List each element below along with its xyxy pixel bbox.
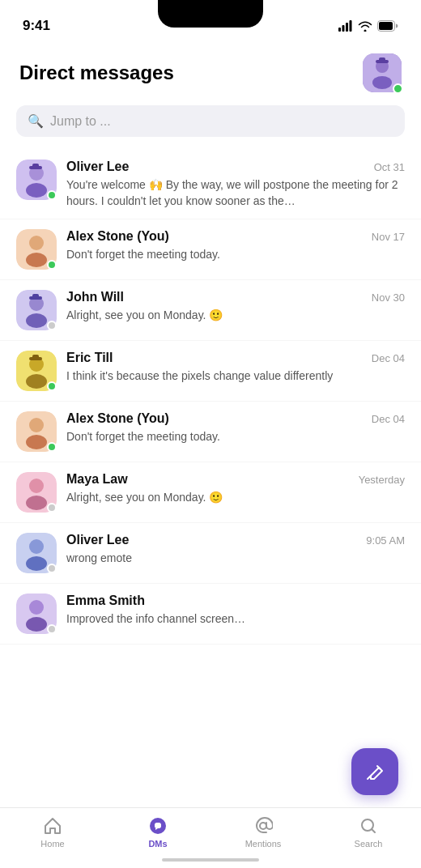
message-top-row: Maya Law Yesterday: [66, 472, 405, 487]
online-status-dot: [47, 624, 57, 634]
online-status-dot: [47, 503, 57, 513]
avatar-wrap: [16, 472, 57, 513]
message-date: Nov 17: [372, 231, 405, 243]
message-preview: I think it's because the pixels change v…: [66, 368, 405, 385]
message-preview: Don't forget the meeting today.: [66, 247, 405, 263]
tab-search[interactable]: Search: [344, 816, 393, 849]
home-indicator: [162, 858, 259, 862]
list-item[interactable]: Oliver Lee Oct 31 You're welcome 🙌 By th…: [0, 150, 421, 219]
tab-home[interactable]: Home: [28, 816, 77, 849]
mentions-tab-icon: [253, 816, 273, 836]
message-content: Maya Law Yesterday Alright, see you on M…: [66, 472, 405, 506]
message-preview: Don't forget the meeting today.: [66, 429, 405, 445]
svg-point-37: [26, 556, 47, 571]
svg-rect-10: [379, 57, 385, 62]
svg-rect-2: [346, 23, 348, 32]
svg-point-18: [26, 253, 47, 267]
status-icons: [338, 20, 398, 32]
message-sender-name: Oliver Lee: [66, 160, 129, 174]
svg-point-40: [26, 617, 47, 632]
message-content: John Will Nov 30 Alright, see you on Mon…: [66, 290, 405, 324]
compose-button[interactable]: [351, 748, 398, 795]
svg-point-42: [260, 823, 266, 829]
svg-point-21: [26, 313, 47, 328]
battery-icon: [377, 20, 398, 32]
message-top-row: Alex Stone (You) Dec 04: [66, 411, 405, 426]
svg-point-17: [29, 236, 44, 250]
avatar-wrap: [16, 290, 57, 330]
header-avatar[interactable]: [363, 53, 402, 92]
notch: [158, 0, 263, 28]
avatar-wrap: [16, 160, 57, 200]
svg-rect-23: [32, 294, 39, 298]
svg-point-39: [29, 600, 44, 615]
svg-rect-0: [338, 28, 341, 32]
message-top-row: John Will Nov 30: [66, 290, 405, 304]
message-content: Eric Till Dec 04 I think it's because th…: [66, 351, 405, 385]
list-item[interactable]: John Will Nov 30 Alright, see you on Mon…: [0, 280, 421, 341]
svg-point-30: [29, 418, 44, 432]
message-sender-name: Alex Stone (You): [66, 229, 169, 244]
svg-rect-28: [32, 355, 39, 359]
tab-dms[interactable]: DMs: [134, 816, 182, 849]
svg-rect-1: [342, 25, 345, 32]
message-content: Emma Smith Improved the info channel scr…: [66, 594, 405, 628]
svg-point-26: [26, 374, 47, 389]
message-date: Dec 04: [372, 352, 405, 364]
search-bar[interactable]: 🔍 Jump to ...: [16, 105, 405, 137]
list-item[interactable]: Oliver Lee 9:05 AM wrong emote: [0, 523, 421, 584]
message-content: Oliver Lee Oct 31 You're welcome 🙌 By th…: [66, 160, 405, 209]
home-tab-icon: [43, 816, 62, 836]
message-preview: Alright, see you on Monday. 🙂: [66, 490, 405, 506]
online-status-dot: [47, 564, 57, 573]
svg-point-36: [29, 539, 44, 554]
svg-rect-5: [379, 22, 393, 30]
svg-point-8: [372, 76, 392, 89]
page-title: Direct messages: [19, 62, 174, 84]
list-item[interactable]: Emma Smith Improved the info channel scr…: [0, 584, 421, 645]
wifi-icon: [358, 20, 372, 32]
message-sender-name: Oliver Lee: [66, 533, 129, 547]
message-list: Oliver Lee Oct 31 You're welcome 🙌 By th…: [0, 150, 421, 645]
list-item[interactable]: Eric Till Dec 04 I think it's because th…: [0, 341, 421, 402]
avatar-wrap: [16, 351, 57, 391]
dms-tab-label: DMs: [148, 839, 167, 849]
svg-point-13: [26, 183, 47, 198]
message-date: Nov 30: [372, 291, 405, 304]
message-date: Dec 04: [372, 413, 405, 425]
message-date: 9:05 AM: [366, 534, 405, 547]
list-item[interactable]: Alex Stone (You) Nov 17 Don't forget the…: [0, 219, 421, 280]
svg-rect-15: [32, 164, 39, 168]
mentions-tab-label: Mentions: [245, 839, 282, 849]
avatar-wrap: [16, 229, 57, 270]
online-status-dot: [47, 190, 57, 200]
message-sender-name: Alex Stone (You): [66, 411, 169, 426]
home-tab-label: Home: [40, 839, 64, 849]
search-icon: 🔍: [28, 113, 44, 129]
message-top-row: Oliver Lee Oct 31: [66, 160, 405, 174]
message-content: Alex Stone (You) Nov 17 Don't forget the…: [66, 229, 405, 263]
message-sender-name: John Will: [66, 290, 124, 304]
message-preview: wrong emote: [66, 551, 405, 567]
status-time: 9:41: [23, 18, 50, 34]
search-placeholder: Jump to ...: [50, 114, 111, 129]
message-content: Alex Stone (You) Dec 04 Don't forget the…: [66, 411, 405, 445]
search-tab-icon: [359, 816, 378, 836]
online-status-dot: [47, 381, 57, 391]
phone-shell: 9:41 Direct messages: [0, 0, 421, 868]
message-top-row: Alex Stone (You) Nov 17: [66, 229, 405, 244]
online-status-dot: [47, 260, 57, 270]
message-top-row: Oliver Lee 9:05 AM: [66, 533, 405, 547]
online-status-dot: [47, 321, 57, 330]
avatar-wrap: [16, 533, 57, 573]
signal-icon: [338, 20, 353, 32]
tab-mentions[interactable]: Mentions: [239, 816, 287, 849]
list-item[interactable]: Alex Stone (You) Dec 04 Don't forget the…: [0, 402, 421, 462]
message-sender-name: Emma Smith: [66, 594, 145, 608]
search-tab-label: Search: [355, 839, 383, 849]
svg-point-33: [29, 479, 44, 493]
compose-icon: [364, 761, 385, 782]
list-item[interactable]: Maya Law Yesterday Alright, see you on M…: [0, 462, 421, 523]
message-preview: You're welcome 🙌 By the way, we will pos…: [66, 177, 405, 209]
header-avatar-online-dot: [393, 83, 403, 94]
